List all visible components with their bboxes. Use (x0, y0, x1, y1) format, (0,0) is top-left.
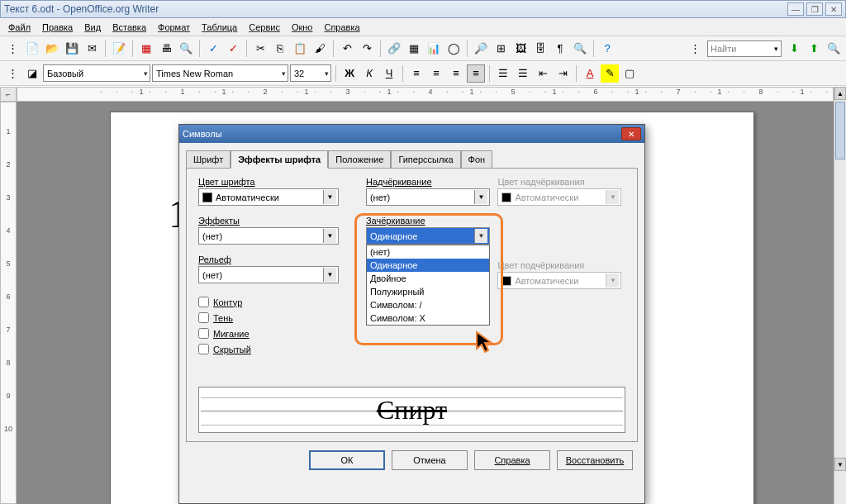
indent-dec-icon[interactable]: ⇤ (534, 64, 552, 83)
styles-icon[interactable]: ◪ (23, 64, 41, 83)
strike-dropdown[interactable]: (нет) Одинарное Двойное Полужирный Симво… (366, 245, 490, 326)
paste-icon[interactable]: 📋 (291, 40, 309, 58)
style-combo[interactable]: Базовый ▾ (43, 64, 150, 82)
vertical-scrollbar[interactable]: ▲ ▼ (834, 87, 846, 504)
autocheck-icon[interactable]: ✓ (224, 40, 242, 58)
table-icon[interactable]: ▦ (405, 40, 423, 58)
strike-select[interactable]: Одинарное ▼ (366, 227, 490, 245)
preview-icon[interactable]: 🔍 (177, 40, 195, 58)
menu-table[interactable]: Таблица (197, 20, 242, 35)
overline-select[interactable]: (нет) ▼ (366, 188, 490, 206)
chevron-down-icon: ▼ (606, 190, 619, 204)
close-button[interactable]: ✕ (825, 2, 842, 16)
nonprint-icon[interactable]: ¶ (551, 40, 569, 58)
bold-icon[interactable]: Ж (340, 64, 359, 83)
tab-background[interactable]: Фон (461, 150, 493, 169)
menu-file[interactable]: Файл (3, 20, 36, 35)
drawing-icon[interactable]: ◯ (444, 40, 463, 58)
blink-checkbox[interactable]: Мигание (198, 328, 366, 339)
menu-tools[interactable]: Сервис (244, 20, 285, 35)
label-relief: Рельеф (198, 254, 366, 264)
align-justify-icon[interactable]: ≡ (467, 64, 485, 83)
horizontal-ruler[interactable]: · · ·1· · 1 · ·1· · 2 · ·1· · 3 · ·1· · … (17, 87, 834, 102)
pdf-export-icon[interactable]: ▦ (137, 40, 155, 58)
print-icon[interactable]: 🖶 (157, 40, 175, 58)
italic-icon[interactable]: К (360, 64, 378, 83)
effects-select[interactable]: (нет) ▼ (198, 227, 339, 245)
cut-icon[interactable]: ✂ (251, 40, 269, 58)
datasource-icon[interactable]: 🗄 (531, 40, 549, 58)
chevron-down-icon[interactable]: ▾ (774, 45, 778, 53)
align-right-icon[interactable]: ≡ (447, 64, 465, 83)
dialog-titlebar[interactable]: Символы ✕ (179, 125, 644, 143)
strike-option[interactable]: Полужирный (367, 285, 489, 298)
dialog-close-button[interactable]: ✕ (621, 127, 641, 140)
scroll-thumb[interactable] (835, 102, 845, 159)
align-center-icon[interactable]: ≡ (427, 64, 445, 83)
edit-doc-icon[interactable]: 📝 (110, 40, 128, 58)
gallery-icon[interactable]: 🖼 (511, 40, 530, 58)
highlight-icon[interactable]: ✎ (601, 64, 619, 83)
navigator-icon[interactable]: ⊞ (492, 40, 510, 58)
ok-button[interactable]: ОК (309, 450, 385, 470)
font-color-icon[interactable]: А (581, 64, 599, 83)
spellcheck-icon[interactable]: ✓ (204, 40, 222, 58)
fontsize-combo[interactable]: 32 ▾ (290, 64, 331, 82)
hyperlink-icon[interactable]: 🔗 (385, 40, 403, 58)
strike-option[interactable]: Двойное (367, 272, 489, 285)
shadow-checkbox[interactable]: Тень (198, 312, 366, 323)
find-next-icon[interactable]: ⬇ (785, 40, 803, 58)
dialog-tabs: Шрифт Эффекты шрифта Положение Гиперссыл… (179, 143, 644, 168)
minimize-button[interactable]: — (787, 2, 804, 16)
tab-font-effects[interactable]: Эффекты шрифта (231, 150, 328, 169)
zoom-icon[interactable]: 🔍 (571, 40, 589, 58)
font-combo[interactable]: Times New Roman ▾ (152, 64, 288, 82)
save-icon[interactable]: 💾 (63, 40, 81, 58)
bg-color-icon[interactable]: ▢ (620, 64, 639, 83)
vertical-ruler[interactable]: 1234 5678 910 (0, 102, 17, 504)
underline-icon[interactable]: Ч (380, 64, 398, 83)
strike-option[interactable]: Символом: / (367, 298, 489, 311)
maximize-button[interactable]: ❐ (806, 2, 823, 16)
menu-window[interactable]: Окно (287, 20, 318, 35)
format-paint-icon[interactable]: 🖌 (311, 40, 329, 58)
menu-format[interactable]: Формат (153, 20, 195, 35)
find-prev-icon[interactable]: ⬆ (805, 40, 823, 58)
indent-inc-icon[interactable]: ⇥ (554, 64, 572, 83)
strike-option[interactable]: Символом: X (367, 311, 489, 325)
relief-select[interactable]: (нет) ▼ (198, 266, 339, 283)
find-icon[interactable]: 🔎 (472, 40, 490, 58)
reset-button[interactable]: Восстановить (557, 450, 633, 470)
help-icon[interactable]: ? (598, 40, 616, 58)
list-bul-icon[interactable]: ☰ (514, 64, 532, 83)
hidden-checkbox[interactable]: Скрытый (198, 344, 366, 354)
menu-view[interactable]: Вид (79, 20, 106, 35)
strike-option[interactable]: (нет) (367, 245, 489, 259)
menu-insert[interactable]: Вставка (107, 20, 151, 35)
scroll-down-icon[interactable]: ▼ (834, 458, 846, 471)
help-button[interactable]: Справка (474, 450, 550, 470)
tab-font[interactable]: Шрифт (186, 150, 231, 169)
align-left-icon[interactable]: ≡ (407, 64, 425, 83)
tab-position[interactable]: Положение (328, 150, 391, 169)
menu-help[interactable]: Справка (319, 20, 364, 35)
email-icon[interactable]: ✉ (83, 40, 101, 58)
tab-hyperlink[interactable]: Гиперссылка (391, 150, 460, 169)
chart-icon[interactable]: 📊 (425, 40, 443, 58)
strike-option[interactable]: Одинарное (367, 259, 489, 272)
font-color-select[interactable]: Автоматически ▼ (198, 188, 339, 206)
outline-checkbox[interactable]: Контур (198, 297, 366, 307)
copy-icon[interactable]: ⎘ (271, 40, 289, 58)
redo-icon[interactable]: ↷ (358, 40, 376, 58)
open-icon[interactable]: 📂 (43, 40, 61, 58)
find-all-icon[interactable]: 🔍 (825, 40, 843, 58)
undo-icon[interactable]: ↶ (338, 40, 356, 58)
scroll-up-icon[interactable]: ▲ (834, 87, 846, 100)
cancel-button[interactable]: Отмена (392, 450, 468, 470)
find-input[interactable]: Найти ▾ (707, 40, 782, 57)
preview-text: Спирт (377, 395, 447, 426)
list-num-icon[interactable]: ☰ (494, 64, 512, 83)
window-title: Текст 6.odt - OpenOffice.org Writer (4, 3, 159, 15)
menu-edit[interactable]: Правка (37, 20, 78, 35)
new-icon[interactable]: 📄 (23, 40, 41, 58)
